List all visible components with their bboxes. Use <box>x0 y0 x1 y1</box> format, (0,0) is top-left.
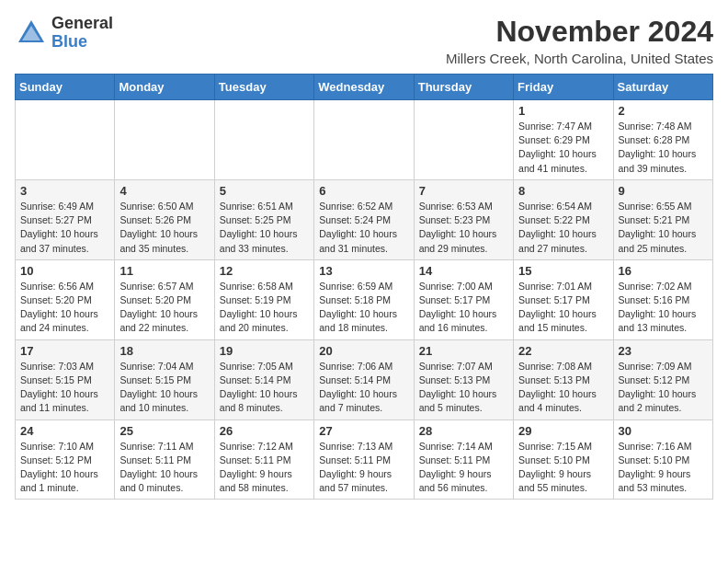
day-cell: 30Sunrise: 7:16 AM Sunset: 5:10 PM Dayli… <box>613 419 712 500</box>
day-cell: 15Sunrise: 7:01 AM Sunset: 5:17 PM Dayli… <box>514 259 613 339</box>
day-number: 25 <box>119 424 209 438</box>
day-info: Sunrise: 7:11 AM Sunset: 5:11 PM Dayligh… <box>119 440 209 496</box>
day-number: 18 <box>119 344 209 358</box>
day-cell: 21Sunrise: 7:07 AM Sunset: 5:13 PM Dayli… <box>414 339 513 419</box>
day-number: 29 <box>518 424 608 438</box>
day-cell: 28Sunrise: 7:14 AM Sunset: 5:11 PM Dayli… <box>414 419 513 500</box>
day-number: 23 <box>619 344 708 358</box>
day-cell: 2Sunrise: 7:48 AM Sunset: 6:28 PM Daylig… <box>613 100 712 180</box>
day-info: Sunrise: 7:09 AM Sunset: 5:12 PM Dayligh… <box>619 360 708 416</box>
day-cell: 16Sunrise: 7:02 AM Sunset: 5:16 PM Dayli… <box>613 259 712 339</box>
day-cell: 26Sunrise: 7:12 AM Sunset: 5:11 PM Dayli… <box>214 419 313 500</box>
day-info: Sunrise: 7:16 AM Sunset: 5:10 PM Dayligh… <box>619 440 708 496</box>
week-row-5: 24Sunrise: 7:10 AM Sunset: 5:12 PM Dayli… <box>16 419 713 500</box>
day-info: Sunrise: 6:58 AM Sunset: 5:19 PM Dayligh… <box>220 280 309 336</box>
weekday-header-saturday: Saturday <box>613 75 712 100</box>
weekday-header-tuesday: Tuesday <box>214 75 313 100</box>
logo-text: General Blue <box>51 15 113 52</box>
day-number: 20 <box>319 344 408 358</box>
day-info: Sunrise: 7:08 AM Sunset: 5:13 PM Dayligh… <box>518 360 608 416</box>
week-row-1: 1Sunrise: 7:47 AM Sunset: 6:29 PM Daylig… <box>16 100 713 180</box>
day-cell: 24Sunrise: 7:10 AM Sunset: 5:12 PM Dayli… <box>16 419 115 500</box>
day-cell: 7Sunrise: 6:53 AM Sunset: 5:23 PM Daylig… <box>414 179 513 259</box>
day-number: 5 <box>220 184 309 198</box>
day-number: 15 <box>518 264 608 278</box>
day-info: Sunrise: 7:01 AM Sunset: 5:17 PM Dayligh… <box>518 280 608 336</box>
location-title: Millers Creek, North Carolina, United St… <box>446 51 713 66</box>
weekday-header-row: SundayMondayTuesdayWednesdayThursdayFrid… <box>16 75 713 100</box>
day-number: 10 <box>20 264 109 278</box>
day-number: 27 <box>319 424 408 438</box>
day-cell: 19Sunrise: 7:05 AM Sunset: 5:14 PM Dayli… <box>214 339 313 419</box>
day-info: Sunrise: 6:49 AM Sunset: 5:27 PM Dayligh… <box>20 200 109 256</box>
day-info: Sunrise: 7:04 AM Sunset: 5:15 PM Dayligh… <box>119 360 209 416</box>
day-number: 26 <box>220 424 309 438</box>
day-cell: 6Sunrise: 6:52 AM Sunset: 5:24 PM Daylig… <box>314 179 414 259</box>
day-cell: 1Sunrise: 7:47 AM Sunset: 6:29 PM Daylig… <box>514 100 613 180</box>
day-number: 30 <box>619 424 708 438</box>
day-info: Sunrise: 7:02 AM Sunset: 5:16 PM Dayligh… <box>619 280 708 336</box>
day-cell: 18Sunrise: 7:04 AM Sunset: 5:15 PM Dayli… <box>115 339 214 419</box>
week-row-2: 3Sunrise: 6:49 AM Sunset: 5:27 PM Daylig… <box>16 179 713 259</box>
day-cell: 14Sunrise: 7:00 AM Sunset: 5:17 PM Dayli… <box>414 259 513 339</box>
day-number: 3 <box>20 184 109 198</box>
month-title: November 2024 <box>446 15 713 49</box>
day-info: Sunrise: 6:55 AM Sunset: 5:21 PM Dayligh… <box>619 200 708 256</box>
day-number: 14 <box>419 264 508 278</box>
day-cell: 25Sunrise: 7:11 AM Sunset: 5:11 PM Dayli… <box>115 419 214 500</box>
day-info: Sunrise: 7:03 AM Sunset: 5:15 PM Dayligh… <box>20 360 109 416</box>
day-number: 9 <box>619 184 708 198</box>
day-number: 19 <box>220 344 309 358</box>
day-info: Sunrise: 7:14 AM Sunset: 5:11 PM Dayligh… <box>419 440 508 496</box>
day-cell: 17Sunrise: 7:03 AM Sunset: 5:15 PM Dayli… <box>16 339 115 419</box>
day-number: 16 <box>619 264 708 278</box>
day-cell: 11Sunrise: 6:57 AM Sunset: 5:20 PM Dayli… <box>115 259 214 339</box>
logo: General Blue <box>15 15 113 52</box>
day-number: 7 <box>419 184 508 198</box>
day-info: Sunrise: 7:15 AM Sunset: 5:10 PM Dayligh… <box>518 440 608 496</box>
day-number: 8 <box>518 184 608 198</box>
day-info: Sunrise: 6:57 AM Sunset: 5:20 PM Dayligh… <box>119 280 209 336</box>
day-info: Sunrise: 6:50 AM Sunset: 5:26 PM Dayligh… <box>119 200 209 256</box>
day-cell <box>115 100 214 180</box>
day-cell: 4Sunrise: 6:50 AM Sunset: 5:26 PM Daylig… <box>115 179 214 259</box>
day-info: Sunrise: 6:59 AM Sunset: 5:18 PM Dayligh… <box>319 280 408 336</box>
day-info: Sunrise: 6:52 AM Sunset: 5:24 PM Dayligh… <box>319 200 408 256</box>
day-number: 4 <box>119 184 209 198</box>
day-cell: 23Sunrise: 7:09 AM Sunset: 5:12 PM Dayli… <box>613 339 712 419</box>
day-cell: 9Sunrise: 6:55 AM Sunset: 5:21 PM Daylig… <box>613 179 712 259</box>
calendar-table: SundayMondayTuesdayWednesdayThursdayFrid… <box>15 74 713 500</box>
header-section: General Blue November 2024 Millers Creek… <box>15 15 713 66</box>
day-info: Sunrise: 7:07 AM Sunset: 5:13 PM Dayligh… <box>419 360 508 416</box>
day-cell <box>314 100 414 180</box>
logo-blue: Blue <box>51 33 113 52</box>
day-number: 13 <box>319 264 408 278</box>
day-info: Sunrise: 7:05 AM Sunset: 5:14 PM Dayligh… <box>220 360 309 416</box>
week-row-3: 10Sunrise: 6:56 AM Sunset: 5:20 PM Dayli… <box>16 259 713 339</box>
day-cell: 12Sunrise: 6:58 AM Sunset: 5:19 PM Dayli… <box>214 259 313 339</box>
logo-general: General <box>51 15 113 33</box>
day-cell: 8Sunrise: 6:54 AM Sunset: 5:22 PM Daylig… <box>514 179 613 259</box>
weekday-header-wednesday: Wednesday <box>314 75 414 100</box>
day-cell: 5Sunrise: 6:51 AM Sunset: 5:25 PM Daylig… <box>214 179 313 259</box>
day-info: Sunrise: 6:54 AM Sunset: 5:22 PM Dayligh… <box>518 200 608 256</box>
week-row-4: 17Sunrise: 7:03 AM Sunset: 5:15 PM Dayli… <box>16 339 713 419</box>
day-info: Sunrise: 7:47 AM Sunset: 6:29 PM Dayligh… <box>518 120 608 176</box>
day-number: 22 <box>518 344 608 358</box>
day-number: 21 <box>419 344 508 358</box>
day-number: 24 <box>20 424 109 438</box>
day-cell: 13Sunrise: 6:59 AM Sunset: 5:18 PM Dayli… <box>314 259 414 339</box>
weekday-header-sunday: Sunday <box>16 75 115 100</box>
title-section: November 2024 Millers Creek, North Carol… <box>446 15 713 66</box>
weekday-header-monday: Monday <box>115 75 214 100</box>
day-info: Sunrise: 6:53 AM Sunset: 5:23 PM Dayligh… <box>419 200 508 256</box>
day-cell <box>414 100 513 180</box>
day-info: Sunrise: 6:56 AM Sunset: 5:20 PM Dayligh… <box>20 280 109 336</box>
generalblue-icon <box>15 17 48 50</box>
day-info: Sunrise: 7:48 AM Sunset: 6:28 PM Dayligh… <box>619 120 708 176</box>
day-cell: 29Sunrise: 7:15 AM Sunset: 5:10 PM Dayli… <box>514 419 613 500</box>
day-cell: 3Sunrise: 6:49 AM Sunset: 5:27 PM Daylig… <box>16 179 115 259</box>
day-cell: 27Sunrise: 7:13 AM Sunset: 5:11 PM Dayli… <box>314 419 414 500</box>
weekday-header-friday: Friday <box>514 75 613 100</box>
day-info: Sunrise: 7:12 AM Sunset: 5:11 PM Dayligh… <box>220 440 309 496</box>
